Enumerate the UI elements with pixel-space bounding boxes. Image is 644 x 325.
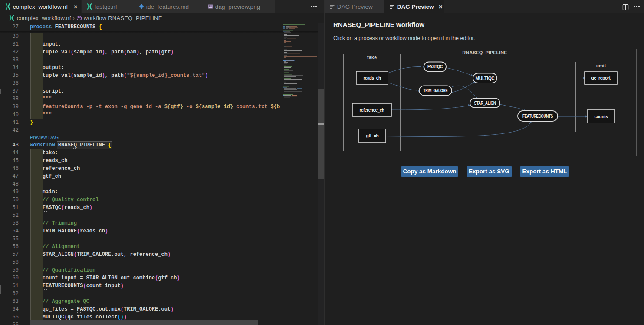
- svg-text:FEATURECOUNTS: FEATURECOUNTS: [522, 114, 553, 119]
- svg-text:FASTQC: FASTQC: [427, 64, 443, 69]
- svg-text:take: take: [367, 55, 377, 60]
- svg-text:emit: emit: [596, 63, 606, 68]
- svg-text:counts: counts: [595, 114, 608, 119]
- svg-text:RNASEQ_PIPELINE: RNASEQ_PIPELINE: [462, 50, 507, 55]
- svg-text:reference_ch: reference_ch: [360, 108, 384, 113]
- svg-text:STAR_ALIGN: STAR_ALIGN: [474, 101, 496, 106]
- svg-text:gtf_ch: gtf_ch: [366, 133, 379, 138]
- svg-text:reads_ch: reads_ch: [364, 76, 381, 80]
- svg-text:qc_report: qc_report: [591, 76, 611, 80]
- svg-text:MULTIQC: MULTIQC: [476, 76, 495, 81]
- svg-text:TRIM_GALORE: TRIM_GALORE: [424, 88, 448, 93]
